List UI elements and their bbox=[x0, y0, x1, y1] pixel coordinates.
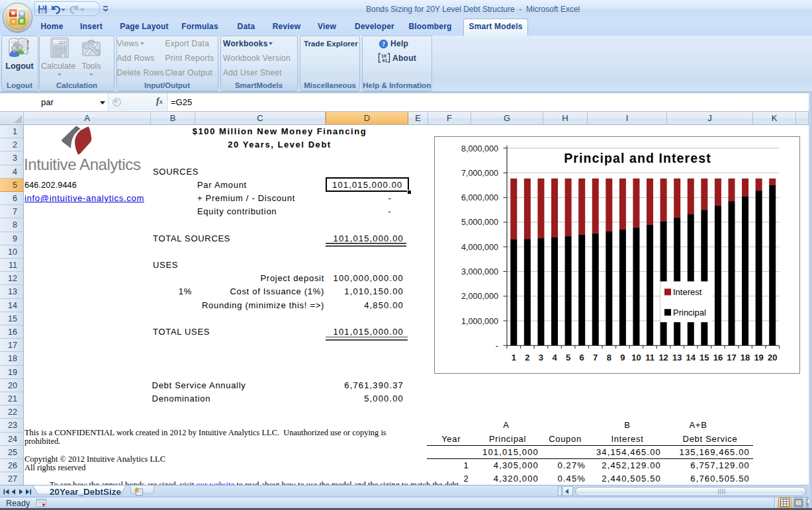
svg-text:2: 2 bbox=[525, 353, 529, 362]
svg-text:16: 16 bbox=[713, 353, 723, 362]
svg-text:10: 10 bbox=[631, 353, 641, 362]
svg-text:8,000,000: 8,000,000 bbox=[461, 144, 498, 153]
svg-text:18: 18 bbox=[741, 353, 750, 362]
svg-text:15: 15 bbox=[699, 353, 709, 362]
svg-text:4: 4 bbox=[552, 353, 557, 362]
svg-text:5: 5 bbox=[566, 353, 570, 362]
svg-text:7,000,000: 7,000,000 bbox=[461, 169, 498, 178]
svg-text:4,000,000: 4,000,000 bbox=[461, 243, 498, 252]
svg-text:5,000,000: 5,000,000 bbox=[461, 218, 498, 227]
svg-text:14: 14 bbox=[686, 353, 696, 362]
svg-text:8: 8 bbox=[607, 353, 611, 362]
svg-text:9: 9 bbox=[620, 353, 625, 362]
svg-text:7: 7 bbox=[593, 353, 598, 362]
svg-text:3: 3 bbox=[539, 353, 543, 362]
svg-text:-: - bbox=[496, 341, 498, 351]
svg-text:1: 1 bbox=[512, 353, 516, 362]
svg-text:12: 12 bbox=[658, 353, 668, 362]
svg-text:123: 123 bbox=[58, 40, 66, 44]
svg-text:Interest: Interest bbox=[673, 287, 702, 297]
svg-text:13: 13 bbox=[672, 353, 682, 362]
svg-text:2,000,000: 2,000,000 bbox=[461, 292, 498, 301]
svg-text:01: 01 bbox=[383, 58, 388, 63]
svg-text:20: 20 bbox=[768, 353, 777, 362]
svg-text:1,000,000: 1,000,000 bbox=[461, 317, 498, 326]
svg-text:Principal: Principal bbox=[673, 308, 706, 318]
svg-text:6,000,000: 6,000,000 bbox=[461, 193, 498, 202]
svg-text:17: 17 bbox=[727, 353, 736, 362]
svg-text:11: 11 bbox=[645, 353, 654, 362]
svg-text:19: 19 bbox=[754, 353, 763, 362]
svg-text:?: ? bbox=[382, 40, 385, 47]
svg-text:6: 6 bbox=[580, 353, 584, 362]
svg-text:3,000,000: 3,000,000 bbox=[461, 267, 498, 276]
svg-text:Principal and Interest: Principal and Interest bbox=[564, 151, 711, 165]
